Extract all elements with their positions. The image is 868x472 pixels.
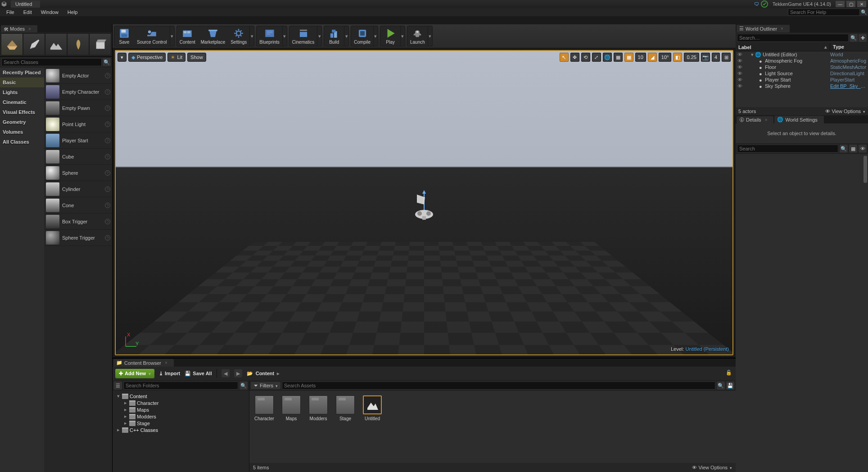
menu-edit[interactable]: Edit	[19, 9, 36, 16]
select-tool-icon[interactable]: ↖	[560, 53, 569, 62]
help-search-icon[interactable]: 🔍	[860, 9, 868, 16]
window-minimize-button[interactable]: —	[836, 1, 845, 7]
outliner-row[interactable]: 👁 ● Sky Sphere Edit BP_Sky_Sphere	[736, 83, 868, 89]
asset-search-input[interactable]	[282, 381, 715, 390]
build-button[interactable]: Build	[324, 26, 344, 46]
view-options-button[interactable]: 👁View Options	[692, 465, 732, 470]
viewport-options-button[interactable]: ▾	[118, 53, 127, 62]
rotate-tool-icon[interactable]: ⟲	[581, 53, 590, 62]
outliner-row[interactable]: 👁 ● Player Start PlayerStart	[736, 77, 868, 83]
search-icon[interactable]: 🔍	[850, 34, 858, 42]
launch-button[interactable]: Launch	[407, 26, 428, 46]
visibility-icon[interactable]: 👁	[736, 83, 744, 89]
tree-item[interactable]: ▸Stage	[113, 420, 248, 427]
eye-icon[interactable]: 👁	[859, 145, 867, 153]
info-icon[interactable]: ?	[105, 203, 110, 208]
asset-item[interactable]: Modders	[308, 395, 329, 458]
info-icon[interactable]: ?	[105, 122, 110, 127]
save-icon[interactable]: 💾	[726, 381, 734, 390]
close-icon[interactable]: ×	[781, 26, 783, 31]
modes-category-item[interactable]: Geometry	[0, 117, 44, 127]
lock-icon[interactable]: 🔓	[726, 370, 733, 377]
details-scrollbar[interactable]	[736, 154, 868, 472]
dropdown-icon[interactable]: ▾	[249, 26, 254, 46]
menu-help[interactable]: Help	[63, 9, 82, 16]
asset-item[interactable]: Untitled	[362, 395, 383, 458]
asset-item[interactable]: Character	[254, 395, 275, 458]
maximize-viewport-icon[interactable]: ⊞	[722, 53, 731, 62]
source-control-button[interactable]: Source Control	[134, 26, 170, 46]
actor-list-item[interactable]: Sphere?	[44, 165, 112, 181]
modes-category-item[interactable]: Lights	[0, 87, 44, 97]
actor-list-item[interactable]: Box Trigger?	[44, 213, 112, 230]
visibility-icon[interactable]: 👁	[736, 52, 744, 57]
outliner-search-input[interactable]	[737, 34, 849, 42]
dropdown-icon[interactable]: ▾	[344, 26, 348, 46]
outliner-label-header[interactable]: Label▴	[736, 43, 830, 51]
actor-list-item[interactable]: Cone?	[44, 197, 112, 213]
modes-search-input[interactable]	[1, 58, 102, 66]
viewport[interactable]: ▾ ◆Perspective ☀Lit Show ↖ ✥ ⟲ ⤢ 🌐 ▦ ▦ 1…	[115, 50, 733, 355]
foliage-mode-button[interactable]	[67, 33, 89, 55]
search-icon[interactable]: 🔍	[103, 58, 111, 66]
info-icon[interactable]: ?	[105, 105, 110, 111]
tree-item[interactable]: ▸Character	[113, 399, 248, 406]
window-maximize-button[interactable]: ▢	[846, 1, 855, 7]
actor-list-item[interactable]: Empty Actor?	[44, 68, 112, 84]
property-matrix-icon[interactable]: ▦	[849, 145, 857, 153]
marketplace-button[interactable]: Marketplace	[198, 26, 228, 46]
search-icon[interactable]: 🔍	[240, 381, 248, 390]
perspective-button[interactable]: ◆Perspective	[128, 53, 166, 62]
modes-category-item[interactable]: Cinematic	[0, 97, 44, 107]
place-mode-button[interactable]	[1, 33, 23, 55]
dropdown-icon[interactable]: ▾	[317, 26, 321, 46]
dropdown-icon[interactable]: ▾	[428, 26, 432, 46]
grid-snap-value[interactable]: 10	[635, 53, 646, 62]
actor-list-item[interactable]: Player Start?	[44, 132, 112, 149]
save-button[interactable]: Save	[114, 26, 134, 46]
import-button[interactable]: ⤓Import	[159, 371, 180, 377]
modes-category-item[interactable]: Basic	[0, 77, 44, 87]
surface-snap-icon[interactable]: ▦	[614, 53, 623, 62]
dropdown-icon[interactable]: ▾	[373, 26, 378, 46]
paint-mode-button[interactable]	[23, 33, 45, 55]
camera-speed-value[interactable]: 4	[712, 53, 720, 62]
world-settings-tab[interactable]: 🌐 World Settings	[774, 116, 823, 123]
actor-list-item[interactable]: Empty Character?	[44, 84, 112, 100]
close-icon[interactable]: ×	[28, 27, 31, 32]
lit-button[interactable]: ☀Lit	[167, 53, 185, 62]
dropdown-icon[interactable]: ▾	[400, 26, 405, 46]
info-icon[interactable]: ?	[105, 73, 110, 78]
menu-file[interactable]: File	[2, 9, 19, 16]
actor-list-item[interactable]: Cube?	[44, 149, 112, 165]
level-link[interactable]: Untitled (Persistent)	[685, 346, 729, 352]
breadcrumb[interactable]: 📂 Content ▸	[247, 371, 280, 377]
menu-window[interactable]: Window	[36, 9, 63, 16]
outliner-type-header[interactable]: Type	[830, 43, 868, 51]
modes-category-item[interactable]: Volumes	[0, 127, 44, 137]
tree-item-cpp[interactable]: ▸C++ Classes	[113, 427, 248, 433]
outliner-row[interactable]: 👁 ● Atmospheric Fog AtmosphericFog	[736, 58, 868, 64]
visibility-icon[interactable]: 👁	[736, 58, 744, 64]
help-search-input[interactable]	[788, 9, 860, 16]
save-all-button[interactable]: 💾Save All	[185, 371, 212, 377]
search-icon[interactable]: 🔍	[840, 145, 848, 153]
angle-snap-value[interactable]: 10°	[659, 53, 672, 62]
search-icon[interactable]: 🔍	[717, 381, 725, 390]
nav-forward-button[interactable]: ▶	[234, 369, 242, 377]
actor-list-item[interactable]: Empty Pawn?	[44, 100, 112, 116]
info-icon[interactable]: ?	[105, 154, 110, 159]
camera-speed-icon[interactable]: 📷	[701, 53, 710, 62]
settings-button[interactable]: Settings	[228, 26, 249, 46]
outliner-type[interactable]: Edit BP_Sky_Sphere	[830, 83, 868, 89]
title-tab[interactable]: Untitled	[11, 0, 40, 8]
close-icon[interactable]: ×	[765, 118, 768, 123]
scale-snap-icon[interactable]: ◧	[673, 53, 682, 62]
visibility-icon[interactable]: 👁	[736, 71, 744, 76]
coord-space-icon[interactable]: 🌐	[603, 53, 612, 62]
sources-toggle-icon[interactable]: ☰	[114, 381, 122, 390]
outliner-row[interactable]: 👁 ● Floor StaticMeshActor	[736, 64, 868, 70]
outliner-row[interactable]: 👁 ▾🌐 Untitled (Editor) World	[736, 51, 868, 58]
play-button[interactable]: Play	[380, 26, 400, 46]
visibility-icon[interactable]: 👁	[736, 64, 744, 70]
